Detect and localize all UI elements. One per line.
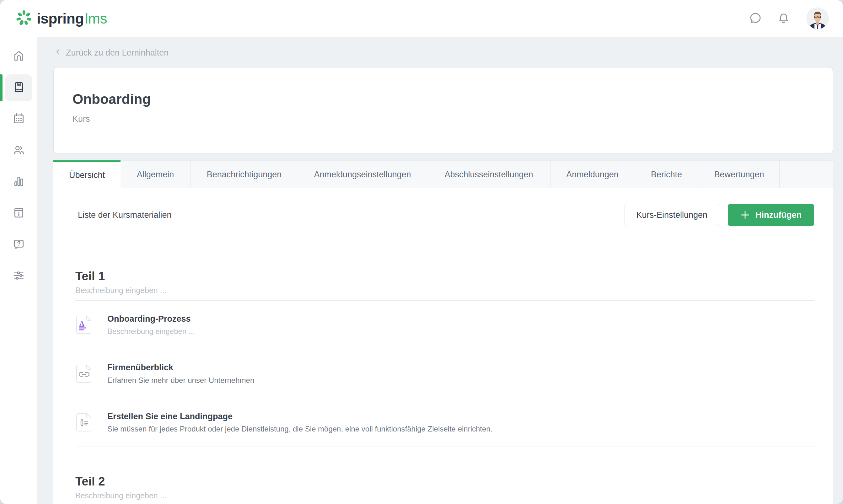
breadcrumb-back-link[interactable]: Zurück zu den Lerninhalten <box>53 47 168 59</box>
section-title: Teil 1 <box>75 269 814 283</box>
material-item-title: Onboarding-Prozess <box>107 314 195 324</box>
tab-benachrichtigungen[interactable]: Benachrichtigungen <box>190 160 298 188</box>
book-icon <box>12 80 25 95</box>
tab-anmeldungen[interactable]: Anmeldungen <box>551 160 634 188</box>
logo-text-secondary: lms <box>85 10 107 27</box>
info-panel-icon <box>12 206 25 221</box>
calendar-icon <box>12 112 25 126</box>
material-list-item[interactable]: Erstellen Sie eine Landingpage Sie müsse… <box>75 398 814 447</box>
sidebar-item-users[interactable] <box>0 135 37 166</box>
material-item-description: Sie müssen für jedes Produkt oder jede D… <box>107 425 492 433</box>
course-type-label: Kurs <box>72 114 814 124</box>
material-list-item[interactable]: Firmenüberblick Erfahren Sie mehr über u… <box>75 349 814 398</box>
tab-berichte[interactable]: Berichte <box>634 160 699 188</box>
sidebar-item-courses[interactable] <box>0 72 37 104</box>
top-bar: ispringlms <box>0 0 843 37</box>
bar-chart-icon <box>12 175 25 189</box>
material-item-description: Erfahren Sie mehr über unser Unternehmen <box>107 376 254 385</box>
sliders-icon <box>12 269 25 283</box>
course-header-card: Onboarding Kurs <box>53 67 833 154</box>
tab-anmeldungseinstellungen[interactable]: Anmeldungseinstellungen <box>298 160 427 188</box>
tab-abschlusseinstellungen[interactable]: Abschlusseinstellungen <box>427 160 551 188</box>
course-section: Teil 2 Beschreibung eingeben ... <box>75 474 814 504</box>
section-description-placeholder[interactable]: Beschreibung eingeben ... <box>75 286 814 295</box>
main-area: Zurück zu den Lerninhalten Onboarding Ku… <box>37 37 843 504</box>
section-description-placeholder[interactable]: Beschreibung eingeben ... <box>75 491 814 500</box>
tab-bewertungen[interactable]: Bewertungen <box>699 160 779 188</box>
breadcrumb-label: Zurück zu den Lerninhalten <box>66 48 168 58</box>
content-panel: Liste der Kursmaterialien Kurs-Einstellu… <box>53 188 833 504</box>
app-window: ispringlms <box>0 0 843 504</box>
sidebar-item-calendar[interactable] <box>0 104 37 135</box>
active-indicator-bar <box>0 74 2 101</box>
toolbar-buttons: Kurs-Einstellungen Hinzufügen <box>625 204 814 226</box>
material-item-title: Erstellen Sie eine Landingpage <box>107 411 492 421</box>
tab-bar-filler <box>779 160 833 188</box>
article-doc-icon: A <box>75 316 93 334</box>
svg-text:A: A <box>79 320 85 327</box>
section-title: Teil 2 <box>75 474 814 488</box>
ispring-logo[interactable]: ispringlms <box>15 10 107 28</box>
material-item-text: Erstellen Sie eine Landingpage Sie müsse… <box>107 411 492 433</box>
sidebar-item-help[interactable] <box>0 229 37 260</box>
sidebar-item-home[interactable] <box>0 41 37 72</box>
home-icon <box>12 49 25 64</box>
assignment-doc-icon <box>75 413 93 432</box>
material-item-description: Beschreibung eingeben ... <box>107 327 195 336</box>
tab-allgemein[interactable]: Allgemein <box>121 160 190 188</box>
add-material-button[interactable]: Hinzufügen <box>728 204 814 226</box>
tab-bar: Übersicht Allgemein Benachrichtigungen A… <box>53 160 833 188</box>
materials-list-label: Liste der Kursmaterialien <box>78 210 172 220</box>
ispring-logo-mark-icon <box>15 10 32 28</box>
bell-icon[interactable] <box>775 10 792 27</box>
chevron-left-icon <box>55 47 61 59</box>
help-bubble-icon <box>12 237 25 252</box>
logo-text: ispringlms <box>37 10 107 27</box>
users-icon <box>12 143 25 158</box>
materials-toolbar: Liste der Kursmaterialien Kurs-Einstellu… <box>72 188 814 226</box>
material-list-item[interactable]: A Onboarding-Prozess Beschreibung eingeb… <box>75 301 814 349</box>
sidebar <box>0 37 37 504</box>
sidebar-item-settings[interactable] <box>0 260 37 292</box>
user-avatar[interactable] <box>807 8 828 29</box>
material-item-title: Firmenüberblick <box>107 362 254 373</box>
course-settings-button[interactable]: Kurs-Einstellungen <box>625 204 719 226</box>
link-doc-icon <box>75 364 93 383</box>
logo-text-primary: ispring <box>37 10 84 27</box>
material-item-text: Onboarding-Prozess Beschreibung eingeben… <box>107 314 195 336</box>
tab-uebersicht[interactable]: Übersicht <box>53 160 121 188</box>
chat-icon[interactable] <box>747 10 764 27</box>
sidebar-item-reports[interactable] <box>0 166 37 198</box>
material-item-text: Firmenüberblick Erfahren Sie mehr über u… <box>107 362 254 384</box>
add-material-button-label: Hinzufügen <box>755 210 802 220</box>
topbar-actions <box>747 8 828 29</box>
sidebar-item-info[interactable] <box>0 198 37 229</box>
course-section: Teil 1 Beschreibung eingeben ... A <box>75 269 814 447</box>
course-title: Onboarding <box>72 91 814 107</box>
plus-icon <box>740 210 750 220</box>
